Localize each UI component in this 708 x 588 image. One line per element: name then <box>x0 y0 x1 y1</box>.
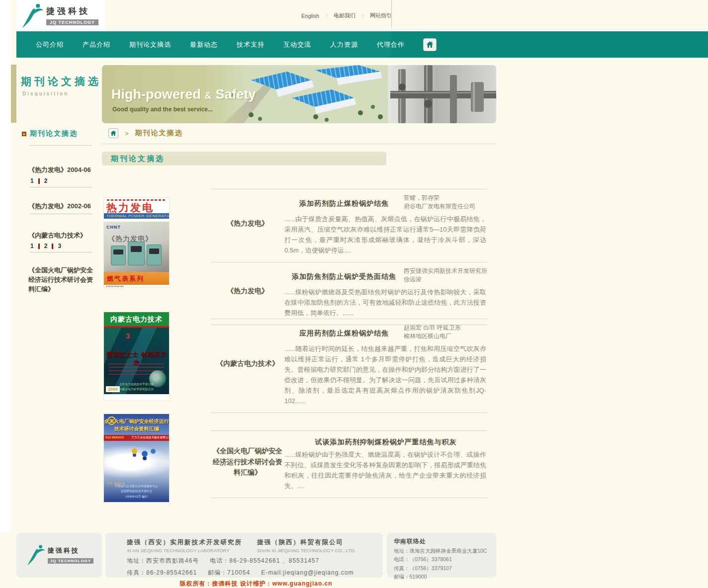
page-separator <box>38 244 40 249</box>
breadcrumb-current[interactable]: 期刊论文摘选 <box>135 129 183 138</box>
sidebar-group-relidianfa-2004[interactable]: 《热力发电》2004-06 <box>28 166 94 175</box>
article-row: 《全国火电厂锅炉安全经济运行技术研讨会资料汇编》 试谈添加药剂抑制煤粉锅炉严重结… <box>211 430 487 498</box>
article-table-2: 《内蒙古电力技术》 应用药剂防止煤粉锅炉结焦 赵崇宏 白羽 呼延卫东 榆林地区横… <box>211 319 487 413</box>
article-title[interactable]: 试谈添加药剂抑制煤粉锅炉严重结焦与积灰 <box>284 433 487 447</box>
journal-cover-neimenggu: 内蒙古电力技术 3 携博志之士 创精湛未来 2000 全区电力战线技术干部刊物 … <box>104 312 169 400</box>
link-english[interactable]: English <box>301 13 319 19</box>
nav-hr[interactable]: 人力资源 <box>321 40 367 49</box>
page-link-3[interactable]: 3 <box>58 243 61 250</box>
sidebar-title: 期刊论文摘选 <box>21 75 101 88</box>
link-site-guide[interactable]: 网站指引 <box>370 12 392 19</box>
left-margin <box>0 0 11 532</box>
footer-address-line: 地址：西安市西影路46号电话：86-29-85542661 、85531457 <box>127 557 383 565</box>
utility-links: English ： 电邮我们 ： 网站指引 <box>301 12 392 19</box>
article-row: 《内蒙古电力技术》 应用药剂防止煤粉锅炉结焦 赵崇宏 白羽 呼延卫东 榆林地区横… <box>211 319 487 413</box>
company2-name-en: SHAN XI JIEQIANG TECHNOLOGY CO., LTD. <box>257 548 355 553</box>
nav-products[interactable]: 产品介绍 <box>73 40 120 49</box>
article-source: 《热力发电》 <box>211 264 284 318</box>
page: 捷强科技 JQ TECHNOLOGY English ： 电邮我们 ： 网站指引… <box>0 0 708 588</box>
sidebar-underline <box>30 252 92 252</box>
page-separator <box>52 244 53 249</box>
cover-year: 2000 <box>106 386 120 392</box>
page-link-2[interactable]: 2 <box>44 177 48 184</box>
article-row: 《热力发电》 添加防焦剂防止锅炉受热面结焦 西安捷强实用新技术开发研究所 徐远浚… <box>211 262 487 325</box>
sidebar-underline <box>30 214 92 214</box>
nav-interaction[interactable]: 互动交流 <box>274 40 321 49</box>
site-logo[interactable]: 捷强科技 JQ TECHNOLOGY <box>16 0 105 31</box>
page-link-1[interactable]: 1 <box>30 177 34 184</box>
email-link[interactable]: E-mail:jieqiang@jieqiang.com <box>261 569 354 576</box>
gas-meter <box>128 242 145 265</box>
footer-contact-block: 捷强（西安）实用新技术开发研究所 XI AN JIEQIANG TECHNOLO… <box>105 533 383 578</box>
page-link-1[interactable]: 1 <box>30 243 34 250</box>
article-title[interactable]: 添加药剂防止煤粉锅炉结焦 <box>284 191 404 208</box>
footer-logo-cn: 捷强科技 <box>48 546 93 555</box>
link-email-us[interactable]: 电邮我们 <box>334 12 355 19</box>
designer-link[interactable]: www.guangjiao.cn <box>272 580 333 587</box>
cover-masthead: 内蒙古电力技术 <box>104 312 169 326</box>
home-icon <box>426 40 434 49</box>
article-authors: 赵崇宏 白羽 呼延卫东 榆林地区横山电厂 <box>404 321 487 341</box>
south-office-address: 地址：珠海吉大园林路金景商业大厦10C <box>394 548 496 555</box>
page-link-2[interactable]: 2 <box>44 243 48 250</box>
logo-text-cn: 捷强科技 <box>46 5 98 17</box>
breadcrumb: > 期刊论文摘选 <box>108 128 183 138</box>
cover-brand: CHNT <box>106 225 121 230</box>
sidebar-group-relidianfa-2002[interactable]: 《热力发电》2002-06 <box>28 202 94 211</box>
article-abstract: ......煤粉锅炉燃烧器及受热面结焦对锅炉的运行及传热影响较大，采取在煤中添加… <box>284 287 487 318</box>
cover-title: 全国火电厂锅炉安全经济运行 技术研讨会资料汇编 <box>104 418 169 432</box>
link-separator: ： <box>324 12 329 19</box>
breadcrumb-home-button[interactable] <box>108 128 118 138</box>
cover-issue-number: 3 <box>126 332 130 340</box>
home-button[interactable] <box>423 38 437 51</box>
journal-cover-huidianchang: 全国火电厂锅炉安全经济运行 技术研讨会资料汇编 ZHJ SERVICE 子力工业… <box>104 414 169 502</box>
sidebar-divider <box>30 145 92 146</box>
article-row: 《热力发电》 添加药剂防止煤粉锅炉结焦 菅耀，郭存荣 府谷电厂发电有限责任公司 … <box>211 189 487 262</box>
article-abstract: ......煤粉锅炉由于热强度大、燃烧温度高，在锅炉设计不合理、或操作不到位、或… <box>284 449 487 491</box>
article-table-1: 《热力发电》 添加药剂防止煤粉锅炉结焦 菅耀，郭存荣 府谷电厂发电有限责任公司 … <box>211 189 487 325</box>
logo-text-en: JQ TECHNOLOGY <box>46 19 98 25</box>
footer-south-office-block: 华南联络处 地址：珠海吉大园林路金景商业大厦10C 电话：（0756）33780… <box>387 533 496 578</box>
cover-bottom-band: 燃气表系列 <box>104 272 169 285</box>
logo-swoosh-icon <box>25 543 47 567</box>
hero-banner: High-powered & Safety Good quality and t… <box>102 65 496 123</box>
nav-tech-support[interactable]: 技术支持 <box>227 40 274 49</box>
article-table-3: 《全国火电厂锅炉安全经济运行技术研讨会资料汇编》 试谈添加药剂抑制煤粉锅炉严重结… <box>211 430 487 498</box>
company1-name-en: XI AN JIEQIANG TECHNOLOGY LABORATORY <box>127 548 257 553</box>
sidebar-group-huidianchang[interactable]: 《全国火电厂锅炉安全经济运行技术研讨会资料汇编》 <box>28 266 94 294</box>
copyright: 版权所有：接强科技 设计维护：www.guangjiao.cn <box>0 580 512 588</box>
section-header: 期刊论文摘选 <box>102 152 386 166</box>
sidebar-underline <box>30 187 92 187</box>
steam-plume <box>104 443 169 480</box>
sidebar-item-label: 期刊论文摘选 <box>30 129 78 138</box>
barcode <box>106 286 123 287</box>
south-office-fax: 传真：（0756）3379107 <box>394 565 496 572</box>
sidebar-group-neimenggu[interactable]: 《内蒙古电力技术》 <box>28 231 94 241</box>
nav-news[interactable]: 最新动态 <box>180 40 227 49</box>
nav-company-intro[interactable]: 公司介绍 <box>26 40 73 49</box>
cover-footer-text: 全区电力战线技术干部刊物 内蒙古电力科学研究院主办 <box>119 383 167 393</box>
footer-fax-line: 传真：86-29-85542661邮编：710054E-mail:jieqian… <box>127 569 383 577</box>
cover-photo: 3 携博志之士 创精湛未来 2000 全区电力战线技术干部刊物 内蒙古电力科学研… <box>104 328 169 394</box>
sidebar-pagination: 1 2 3 <box>30 243 61 250</box>
gas-meter <box>111 246 126 265</box>
banner-headline: High-powered & Safety <box>111 87 256 102</box>
article-title[interactable]: 添加防焦剂防止锅炉受热面结焦 <box>284 264 404 281</box>
south-office-tel: 电话：（0756）3378061 <box>394 556 496 563</box>
article-abstract: ......随着运行时间的廷长，结焦越来越严重，打焦和用压缩空气吹灰亦难以维持正… <box>284 343 487 406</box>
article-source: 《内蒙古电力技术》 <box>211 321 284 406</box>
article-authors: 菅耀，郭存荣 府谷电厂发电有限责任公司 <box>404 191 487 211</box>
page-separator <box>38 178 40 184</box>
article-title[interactable]: 应用药剂防止煤粉锅炉结焦 <box>284 321 404 338</box>
nav-journal-papers[interactable]: 期刊论文摘选 <box>120 40 180 49</box>
worker-figure <box>142 451 148 457</box>
cover-footer-text: 中国电力企业联合会科技服务中心 全国发电机组技术协作会 2000年12月 编印 <box>104 485 169 500</box>
header-divider-line <box>391 0 392 27</box>
nav-agency[interactable]: 代理合作 <box>367 40 414 49</box>
sidebar-item-journal-papers[interactable]: 期刊论文摘选 <box>22 129 78 138</box>
article-source: 《全国火电厂锅炉安全经济运行技术研讨会资料汇编》 <box>211 433 284 491</box>
sidebar-subtitle: Disquisition <box>22 91 69 96</box>
breadcrumb-divider <box>102 144 496 144</box>
south-office-title: 华南联络处 <box>394 537 496 546</box>
footer-logo-block: 捷强科技 JQ TECHNOLOGY <box>16 533 102 578</box>
